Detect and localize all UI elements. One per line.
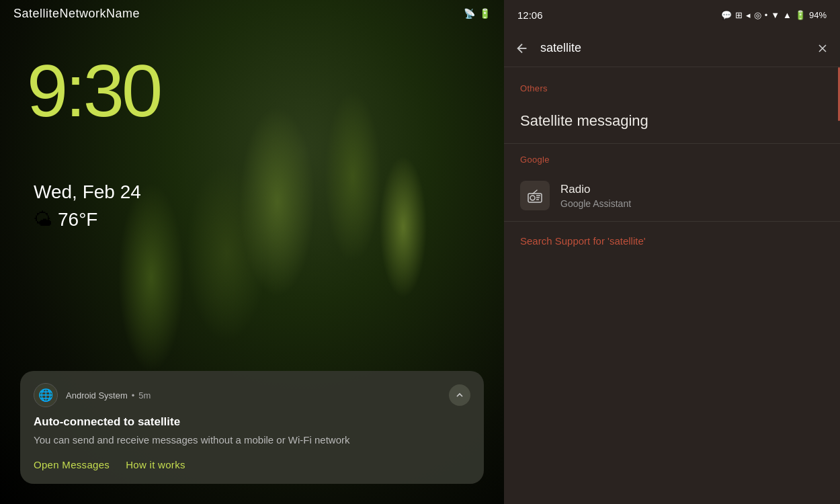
- radio-subtitle: Google Assistant: [560, 198, 824, 209]
- notification-app-name: Android System: [66, 390, 128, 401]
- phone-status-icons-right: 📡 🔋: [464, 8, 491, 19]
- radio-result-item[interactable]: Radio Google Assistant: [504, 170, 840, 221]
- weather-temperature: 76°F: [58, 209, 97, 230]
- weather-icon: 🌤: [34, 208, 52, 230]
- notification-card: 🌐 Android System • 5m Auto-connected to …: [20, 371, 484, 484]
- dot-indicator: •: [765, 10, 768, 20]
- android-status-bar: 12:06 💬 ⊞ ◂ ◎ • ▼ ▲ 🔋 94%: [504, 0, 840, 30]
- search-support-text: Search Support for 'satellite': [520, 235, 646, 247]
- clear-search-button[interactable]: [816, 42, 829, 55]
- lock-screen-clock: 9:30: [27, 54, 160, 128]
- notification-body: You can send and receive messages withou…: [34, 433, 470, 447]
- notification-app-info: Android System • 5m: [66, 390, 151, 401]
- battery-percent: 94%: [809, 10, 827, 20]
- search-bar: [504, 30, 840, 67]
- notification-header: 🌐 Android System • 5m: [34, 383, 470, 407]
- satellite-messaging-title: Satellite messaging: [520, 112, 824, 130]
- battery-icon: 🔋: [479, 8, 491, 19]
- notification-title: Auto-connected to satellite: [34, 415, 470, 429]
- network-name: SatelliteNetworkName: [13, 7, 140, 21]
- search-support-link[interactable]: Search Support for 'satellite': [504, 222, 840, 261]
- notification-header-left: 🌐 Android System • 5m: [34, 383, 151, 407]
- search-input[interactable]: [540, 41, 805, 55]
- notification-actions: Open Messages How it works: [34, 459, 470, 470]
- radio-item-text: Radio Google Assistant: [560, 183, 824, 209]
- how-it-works-button[interactable]: How it works: [126, 459, 185, 470]
- wifi-icon: ▼: [771, 10, 780, 20]
- status-right-icons: 💬 ⊞ ◂ ◎ • ▼ ▲ 🔋 94%: [721, 10, 827, 20]
- battery-status-icon: 🔋: [795, 10, 806, 20]
- notification-dot: •: [132, 390, 135, 401]
- satellite-icon: 📡: [464, 8, 475, 19]
- grid-icon: ⊞: [735, 10, 743, 20]
- target-icon: ◎: [754, 10, 761, 20]
- android-system-icon: 🌐: [34, 383, 58, 407]
- phone-lock-screen: SatelliteNetworkName 📡 🔋 9:30 Wed, Feb 2…: [0, 0, 504, 504]
- notification-time: 5m: [138, 390, 151, 401]
- back-button[interactable]: [515, 41, 530, 56]
- settings-search-panel: 12:06 💬 ⊞ ◂ ◎ • ▼ ▲ 🔋 94%: [504, 0, 840, 504]
- weather-section: 🌤 76°F: [34, 208, 141, 230]
- notification-expand-button[interactable]: [449, 384, 470, 406]
- radio-icon: [520, 181, 550, 210]
- navigation-icon: ◂: [746, 10, 751, 20]
- section-google-label: Google: [504, 144, 840, 170]
- date-weather-section: Wed, Feb 24 🌤 76°F: [34, 181, 141, 230]
- lock-screen-date: Wed, Feb 24: [34, 181, 141, 203]
- radio-title: Radio: [560, 183, 824, 196]
- section-others-label: Others: [504, 73, 840, 99]
- status-time: 12:06: [517, 9, 543, 21]
- search-results-list: Others Satellite messaging Google Rad: [504, 67, 840, 504]
- whatsapp-icon: 💬: [721, 10, 732, 20]
- phone-status-bar: SatelliteNetworkName 📡 🔋: [0, 0, 504, 27]
- signal-icon: ▲: [783, 10, 792, 20]
- satellite-messaging-result[interactable]: Satellite messaging: [504, 99, 840, 143]
- open-messages-button[interactable]: Open Messages: [34, 459, 110, 470]
